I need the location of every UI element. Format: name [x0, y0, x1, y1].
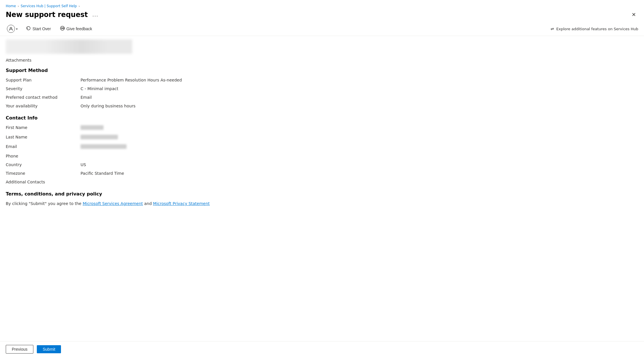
first-name-label: First Name [6, 125, 81, 130]
terms-title: Terms, conditions, and privacy policy [6, 191, 638, 197]
explore-icon: ⇌ [551, 26, 554, 31]
country-label: Country [6, 162, 81, 167]
terms-text: By clicking "Submit" you agree to the Mi… [6, 201, 638, 206]
support-method-title: Support Method [6, 68, 638, 73]
terms-prefix: By clicking "Submit" you agree to the [6, 201, 83, 206]
terms-middle: and [143, 201, 153, 206]
terms-section: Terms, conditions, and privacy policy By… [6, 191, 638, 206]
preferred-contact-value: Email [81, 95, 92, 100]
previous-button[interactable]: Previous [6, 345, 33, 354]
email-row: Email [6, 144, 638, 150]
toolbar-left: ▾ Start Over Give feedback [6, 24, 94, 34]
additional-contacts-row: Additional Contacts [6, 180, 638, 184]
breadcrumb-services-hub[interactable]: Services Hub | Support Self Help [21, 4, 77, 8]
svg-point-0 [10, 27, 12, 29]
contact-info-section: Contact Info First Name Last Name Email [6, 115, 638, 184]
page-title: New support request [6, 11, 88, 19]
severity-value: C - Minimal impact [81, 86, 118, 91]
footer: Previous Submit [0, 341, 644, 357]
page-title-row: New support request ... [6, 11, 100, 19]
start-over-button[interactable]: Start Over [24, 25, 53, 33]
submit-button[interactable]: Submit [37, 345, 61, 353]
availability-row: Your availability Only during business h… [6, 104, 638, 108]
feedback-label: Give feedback [66, 26, 92, 31]
support-plan-label: Support Plan [6, 78, 81, 82]
last-name-label: Last Name [6, 135, 81, 139]
support-plan-row: Support Plan Performance Problem Resolut… [6, 78, 638, 82]
close-button[interactable]: ✕ [629, 10, 638, 19]
last-name-value [81, 135, 118, 140]
ellipsis-button[interactable]: ... [91, 11, 100, 18]
email-label: Email [6, 144, 81, 149]
severity-row: Severity C - Minimal impact [6, 86, 638, 91]
timezone-row: Timezone Pacific Standard Time [6, 171, 638, 176]
first-name-row: First Name [6, 125, 638, 131]
preferred-contact-label: Preferred contact method [6, 95, 81, 100]
phone-row: Phone [6, 154, 638, 158]
timezone-value: Pacific Standard Time [81, 171, 124, 176]
phone-label: Phone [6, 154, 81, 158]
blurred-top-content [6, 39, 638, 54]
page-header: New support request ... ✕ [0, 9, 644, 22]
breadcrumb-separator-1: › [18, 4, 19, 8]
start-over-label: Start Over [33, 26, 51, 31]
support-plan-value: Performance Problem Resolution Hours As-… [81, 78, 182, 82]
preferred-contact-row: Preferred contact method Email [6, 95, 638, 100]
explore-services-hub[interactable]: ⇌ Explore additional features on Service… [551, 26, 638, 31]
availability-label: Your availability [6, 104, 81, 108]
availability-value: Only during business hours [81, 104, 135, 108]
country-row: Country US [6, 162, 638, 167]
additional-contacts-label: Additional Contacts [6, 180, 81, 184]
first-name-value [81, 125, 104, 131]
timezone-label: Timezone [6, 171, 81, 176]
toolbar: ▾ Start Over Give feedback [0, 22, 644, 36]
breadcrumb-separator-2: › [79, 4, 80, 8]
svg-point-2 [63, 28, 64, 29]
breadcrumb: Home › Services Hub | Support Self Help … [0, 0, 644, 9]
give-feedback-button[interactable]: Give feedback [58, 25, 94, 33]
user-chevron-icon: ▾ [16, 27, 18, 31]
microsoft-services-agreement-link[interactable]: Microsoft Services Agreement [83, 201, 143, 206]
country-value: US [81, 162, 86, 167]
content-wrapper: Attachments Support Method Support Plan … [0, 36, 644, 341]
user-account-button[interactable]: ▾ [6, 24, 19, 34]
attachments-label: Attachments [6, 58, 638, 62]
breadcrumb-home[interactable]: Home [6, 4, 16, 8]
first-name-blurred [81, 125, 104, 130]
severity-label: Severity [6, 86, 81, 91]
explore-label: Explore additional features on Services … [556, 27, 638, 31]
main-content: Attachments Support Method Support Plan … [0, 36, 644, 341]
start-over-icon [26, 26, 31, 32]
support-method-section: Support Method Support Plan Performance … [6, 68, 638, 108]
email-blurred [81, 144, 127, 149]
svg-point-1 [61, 28, 62, 29]
user-avatar-icon [7, 25, 15, 33]
microsoft-privacy-statement-link[interactable]: Microsoft Privacy Statement [153, 201, 210, 206]
email-value [81, 144, 127, 150]
last-name-row: Last Name [6, 135, 638, 140]
last-name-blurred [81, 135, 118, 139]
feedback-icon [60, 26, 65, 32]
contact-info-title: Contact Info [6, 115, 638, 121]
